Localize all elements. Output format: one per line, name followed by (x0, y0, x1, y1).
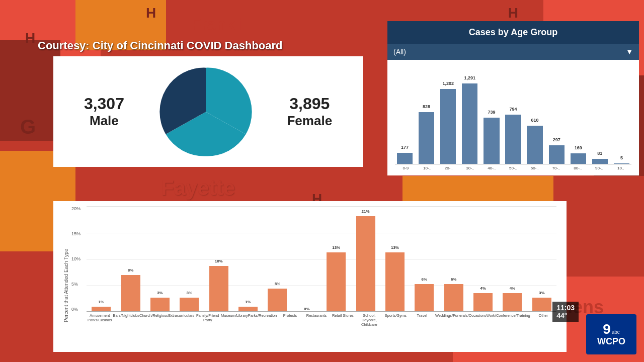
bar: 6% (415, 284, 434, 311)
bar-group: 13% (380, 206, 410, 311)
chevron-down-icon: ▼ (626, 48, 633, 56)
age-dropdown[interactable]: (All) ▼ (387, 44, 639, 60)
bar-pct-label: 1% (98, 300, 104, 304)
age-bar-value: 610 (531, 118, 539, 123)
bar-pct-label: 3% (157, 291, 163, 295)
wcpo-text: WCPO (597, 336, 625, 347)
bar-group: 3% (145, 206, 175, 311)
h-marker: H (25, 30, 35, 46)
map-label-fayette: Fayette (161, 176, 235, 200)
age-bar-value: 177 (401, 145, 409, 150)
time-display: 11:03 44° (552, 302, 579, 322)
bar-x-label: Church/Religious (139, 312, 168, 327)
female-count: 3,895 (287, 95, 332, 113)
bar-group: 5% (263, 206, 292, 311)
bar-pct-label: 8% (128, 268, 134, 273)
male-label: Male (84, 113, 124, 129)
age-bar: 81 (592, 159, 608, 164)
bar: 4% (503, 293, 522, 311)
y-tick-15: 15% (71, 231, 87, 236)
bar: 6% (444, 284, 463, 311)
age-bar-value: 1,291 (464, 75, 476, 80)
age-bar-value: 739 (488, 110, 495, 115)
bar-group: 0% (292, 206, 321, 311)
age-bar-value: 828 (423, 104, 430, 109)
pie-chart (155, 64, 256, 159)
bar-x-label: Retail Stores (330, 312, 356, 327)
age-x-labels: 0-910-..20-..30-..40-..50-..60-..70-..80… (395, 166, 631, 170)
bar-pct-label: 3% (539, 291, 545, 295)
bar-x-label: Travel (409, 312, 435, 327)
bar-x-label: Museum/Library (221, 312, 248, 327)
bar-pct-label: 6% (422, 277, 428, 282)
age-bar: 794 (505, 115, 521, 164)
bar: 8% (121, 275, 140, 311)
age-x-label: 70-.. (545, 166, 567, 170)
bar-pct-label: 0% (304, 307, 310, 311)
map-label-franklin: Frankli (191, 15, 244, 34)
bar: 1% (92, 307, 111, 311)
age-bar: 297 (549, 145, 565, 164)
age-bar: 5 (614, 163, 629, 164)
bar-pct-label: 13% (332, 245, 340, 250)
bar-group: 3% (175, 206, 204, 311)
age-bar-group: 794 (503, 67, 523, 164)
h-marker: H (508, 5, 518, 21)
age-bar-value: 169 (575, 145, 582, 150)
courtesy-text: Courtesy: City of Cincinnati COVID Dashb… (38, 39, 283, 52)
bar-pct-label: 5% (275, 282, 281, 286)
age-x-label: 20-.. (438, 166, 459, 170)
wcpo-logo: 9 abc WCPO (586, 314, 636, 354)
bar-group: 4% (498, 206, 527, 311)
bar-pct-label: 3% (187, 291, 193, 295)
age-bar-value: 81 (597, 151, 602, 156)
bar: 1% (238, 307, 258, 311)
bar-x-label: Amusement Parks/Casinos (87, 312, 113, 327)
bar-x-label: Bars/Nightclubs (113, 312, 139, 327)
age-chart-area: 1778281,2021,291739794610297169815 0-910… (387, 60, 639, 175)
bar-group: 6% (439, 206, 468, 311)
y-tick-20: 20% (71, 206, 87, 211)
y-tick-5: 5% (71, 282, 87, 287)
x-labels: Amusement Parks/CasinosBars/NightclubsCh… (87, 312, 556, 327)
age-x-label: 10-.. (417, 166, 438, 170)
bars-container: 1%8%3%3%10%1%5%0%13%21%13%6%6%4%4%3% (87, 206, 556, 312)
h-marker: H (146, 5, 156, 21)
bar-group: 4% (468, 206, 498, 311)
male-stat: 3,307 Male (84, 95, 124, 129)
bar-pct-label: 4% (480, 286, 486, 291)
bar-pct-label: 21% (362, 209, 370, 214)
age-x-label: 40-.. (481, 166, 503, 170)
bar-group: 6% (410, 206, 439, 311)
bar-pct-label: 6% (451, 277, 457, 282)
age-bar-group: 169 (569, 67, 588, 164)
age-bar-group: 828 (417, 67, 436, 164)
bar-group: 13% (321, 206, 351, 311)
pie-chart-panel: 3,307 Male 3,895 Female (53, 56, 363, 167)
bar-group: 1% (87, 206, 116, 311)
bar-chart-layout: Percent that Attended Each Type 20% 15% … (63, 206, 556, 349)
bar: 3% (180, 298, 199, 311)
bar: 4% (473, 293, 493, 311)
bar-group: 3% (527, 206, 556, 311)
bar-pct-label: 13% (391, 245, 399, 250)
age-x-label: 60-.. (524, 166, 545, 170)
age-x-label: 90-.. (589, 166, 610, 170)
age-chart-panel: Cases by Age Group (All) ▼ 1778281,2021,… (387, 21, 639, 175)
age-bar-group: 1,202 (438, 67, 458, 164)
age-x-label: 0-9 (395, 166, 417, 170)
age-bar-value: 1,202 (442, 81, 454, 86)
age-bar-group: 610 (525, 67, 545, 164)
age-x-label: 80-.. (567, 166, 589, 170)
age-bar-group: 177 (395, 67, 415, 164)
y-tick-10: 10% (71, 256, 87, 261)
age-bar-group: 297 (547, 67, 567, 164)
bar-x-label: Weddings/Funerals/Occasions (435, 312, 487, 327)
bar-pct-label: 4% (510, 286, 516, 291)
abc-label: abc (612, 329, 620, 335)
age-bar: 177 (397, 153, 413, 164)
age-bar-group: 81 (590, 67, 610, 164)
bar-group: 1% (233, 206, 263, 311)
chart-main: 20% 15% 10% 5% 0% 1%8%3%3%10%1%5%0%13%21… (71, 206, 556, 349)
age-bar: 1,202 (440, 89, 456, 164)
